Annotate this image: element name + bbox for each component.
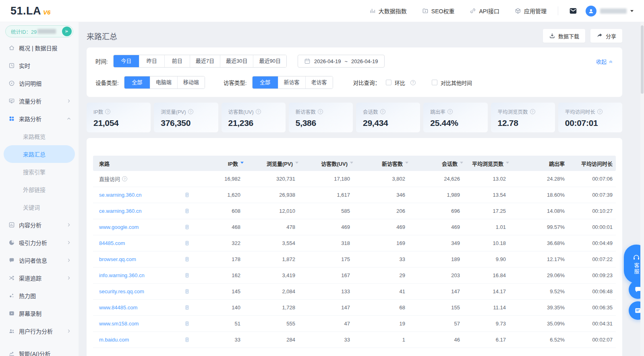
col-1[interactable]: IP数 [201,160,244,167]
time-label: 时间: [95,57,108,65]
page-detail-icon[interactable] [184,272,190,279]
source-link[interactable]: browser.qq.com [99,256,136,262]
col-6[interactable]: 平均浏览页数 [463,160,509,167]
time-seg-5[interactable]: 最近90日 [253,55,286,67]
sidebar-subitem-4[interactable]: 关键词 [4,198,75,216]
sidebar-subitem-active[interactable]: 来路汇总 [4,145,75,163]
sidebar-item-4[interactable]: 来路分析 [0,110,79,128]
user-menu-caret-icon[interactable] [630,10,634,14]
topnav-item-0[interactable]: 大数据指数 [369,7,407,15]
sidebar-subitem-0[interactable]: 来路概览 [4,128,75,145]
page-detail-icon[interactable] [184,336,190,343]
sidebar-item-12[interactable]: 智能(AI)分析 [0,345,79,356]
cell-5: 17.25 [463,208,509,214]
visitor-seg-2[interactable]: 老访客 [305,76,333,88]
page-detail-icon[interactable] [184,224,190,230]
source-link[interactable]: se.warning.360.cn [99,192,142,198]
checkbox[interactable] [386,80,391,85]
share-button[interactable]: 分享 [590,29,622,43]
col-4[interactable]: 新访客数 [353,160,408,167]
source-link[interactable]: www.84485.com [99,305,137,311]
sidebar-item-10[interactable]: 屏幕录制 [0,305,79,322]
sidebar-item-1[interactable]: 实时 [0,57,79,74]
help-icon[interactable]: ? [530,109,535,114]
device-seg-1[interactable]: 电脑端 [150,76,177,88]
cell-0: 608 [201,208,244,214]
help-icon[interactable]: ? [188,109,193,114]
date-range-picker[interactable]: 2026-04-19 ~ 2026-04-19 [298,55,385,68]
cell-0: 33 [201,337,244,343]
topnav-item-3[interactable]: 应用管理 [515,7,547,15]
sidebar-subitem-3[interactable]: 外部链接 [4,181,75,198]
col-3[interactable]: 访客数(UV) [298,160,353,167]
sort-caret-icon[interactable] [506,162,509,165]
scrollbar-thumb[interactable] [641,25,644,94]
cell-1: 478 [244,224,298,230]
visitor-seg-0[interactable]: 全部 [253,76,278,88]
page-detail-icon[interactable] [184,256,190,263]
source-link[interactable]: security.res.qq.com [99,288,144,294]
sidebar-item-2[interactable]: 访问明细 [0,74,79,92]
topnav-item-2[interactable]: API接口 [470,7,499,15]
sidebar-item-0[interactable]: 概况 | 数据日报 [0,39,79,57]
page-detail-icon[interactable] [184,191,190,198]
source-link[interactable]: 84485.com [99,240,125,246]
sidebar-subitem-2[interactable]: 搜索引擎 [4,163,75,181]
help-icon[interactable]: ? [447,109,453,114]
page-detail-icon[interactable] [184,304,190,311]
source-link[interactable]: m.baidu.com [99,337,129,343]
time-seg-3[interactable]: 最近7日 [190,55,220,67]
collapse-filters-link[interactable]: 收起 [596,58,613,65]
source-link[interactable]: ce.warning.360.cn [99,208,142,214]
time-seg-1[interactable]: 昨日 [139,55,164,67]
visitor-type-tabs: 全部新访客老访客 [252,76,333,89]
sort-caret-icon[interactable] [350,162,353,165]
logo[interactable]: 51.LA V6 [10,5,50,17]
collapse-sidebar-button[interactable] [62,27,72,36]
visitor-seg-1[interactable]: 新访客 [278,76,305,88]
time-seg-0[interactable]: 今日 [114,55,139,67]
source-link[interactable]: www.google.com [99,224,139,230]
cell-3: 169 [353,240,408,246]
sidebar-item-5[interactable]: 内容分析 [0,216,79,234]
sidebar-item-9[interactable]: 热力图 [0,287,79,305]
sidebar-item-8[interactable]: 渠道追踪 [0,269,79,287]
page-detail-icon[interactable] [184,240,190,247]
home-icon [8,45,15,51]
sort-caret-icon[interactable] [240,162,244,165]
messages-icon[interactable] [569,6,578,15]
help-icon[interactable]: ? [256,109,261,114]
col-2[interactable]: 浏览量(PV) [244,160,298,167]
source-link[interactable]: info.warning.360.cn [99,272,145,278]
page-detail-icon[interactable] [184,208,190,214]
col-5[interactable]: 会话数 [408,160,463,167]
time-seg-4[interactable]: 最近30日 [220,55,253,67]
top-navigation: 大数据指数SEO权重API接口应用管理 [369,7,547,15]
sidebar-item-3[interactable]: 流量分析 [0,92,79,110]
sort-caret-icon[interactable] [460,162,463,165]
device-seg-0[interactable]: 全部 [124,76,150,88]
cell-0: 178 [201,256,244,262]
sort-caret-icon[interactable] [295,162,298,165]
sidebar-item-7[interactable]: 访问者信息 [0,251,79,269]
help-icon[interactable]: ? [597,109,603,114]
sidebar-item-6[interactable]: 吸引力分析 [0,234,79,251]
source-link[interactable]: www.sm158.com [99,321,139,327]
help-icon[interactable]: ? [410,80,416,85]
help-icon[interactable]: ? [105,109,110,114]
sort-caret-icon[interactable] [405,162,408,165]
scrollbar-track[interactable] [640,22,644,356]
topnav-item-1[interactable]: SEO权重 [422,7,455,15]
data-download-button[interactable]: 数据下载 [543,29,585,43]
checkbox[interactable] [432,80,437,85]
help-icon[interactable]: ? [318,109,323,114]
help-icon[interactable]: ? [380,109,385,114]
device-seg-2[interactable]: 移动端 [177,76,205,88]
page-detail-icon[interactable] [184,320,190,327]
help-icon[interactable]: ? [122,176,127,181]
page-detail-icon[interactable] [184,288,190,295]
time-seg-2[interactable]: 前日 [164,55,190,67]
time-range-tabs: 今日昨日前日最近7日最近30日最近90日 [113,55,287,68]
avatar[interactable] [586,6,596,16]
sidebar-item-11[interactable]: 用户行为分析 [0,322,79,340]
